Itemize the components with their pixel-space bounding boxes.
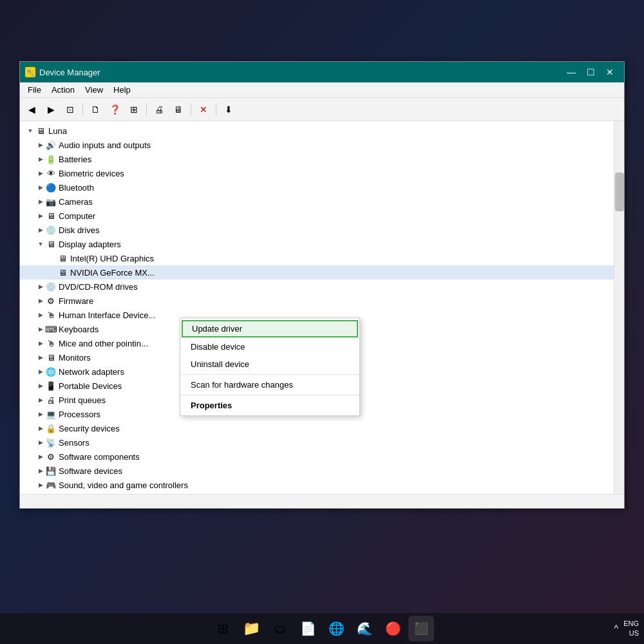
ctx-disable-device[interactable]: Disable device [180,338,359,355]
biometric-icon: 👁 [46,168,56,178]
processors-icon: 💻 [46,409,56,419]
window-icon: 🔧 [25,67,35,77]
ctx-separator-1 [180,374,359,375]
biometric-label: Biometric devices [59,169,124,178]
firmware-icon: ⚙ [46,296,56,306]
tree-item-security[interactable]: ▶ 🔒 Security devices [20,421,624,435]
tree-item-cameras[interactable]: ▶ 📷 Cameras [20,194,624,209]
taskbar-file-explorer[interactable]: 📁 [238,616,264,641]
print-label: Print queues [59,395,106,405]
intel-expander [47,253,57,263]
batteries-label: Batteries [59,155,91,164]
ctx-update-driver[interactable]: Update driver [182,320,358,337]
minimize-button[interactable]: — [562,64,580,80]
tree-pane[interactable]: ▼ 🖥 Luna ▶ 🔊 Audio inputs and outputs ▶ … [20,121,624,494]
mice-expander: ▶ [35,338,46,348]
disk-expander: ▶ [35,225,46,235]
content-area: ▼ 🖥 Luna ▶ 🔊 Audio inputs and outputs ▶ … [20,121,624,494]
monitors-label: Monitors [59,353,91,363]
computer-tree-icon: 🖥 [46,211,56,221]
root-label: Luna [48,126,67,136]
mice-icon: 🖱 [46,338,56,348]
biometric-expander: ▶ [35,168,46,178]
tree-item-intel[interactable]: 🖥 Intel(R) UHD Graphics [20,251,624,265]
taskbar-chrome[interactable]: 🌐 [323,616,349,641]
tree-item-sound[interactable]: ▶ 🎮 Sound, video and game controllers [20,478,624,492]
tree-item-sw-components[interactable]: ▶ ⚙ Software components [20,450,624,464]
toolbar-sep-1 [82,103,83,116]
menu-help[interactable]: Help [108,84,136,96]
menu-action[interactable]: Action [46,84,80,96]
tree-item-batteries[interactable]: ▶ 🔋 Batteries [20,152,624,166]
tree-item-nvidia[interactable]: 🖥 NVIDIA GeForce MX... [20,265,624,279]
intel-label: Intel(R) UHD Graphics [70,254,154,263]
processors-label: Processors [59,410,100,419]
taskbar-right: ^ ENG US [614,619,639,639]
disable-button[interactable]: ✕ [194,100,213,118]
menu-file[interactable]: File [23,84,46,96]
keyboards-label: Keyboards [59,325,99,334]
properties-button[interactable]: 🗋 [86,100,104,118]
dvd-expander: ▶ [35,281,46,292]
menu-view[interactable]: View [80,84,108,96]
cameras-expander: ▶ [35,196,46,207]
ctx-uninstall-device[interactable]: Uninstall device [180,355,359,373]
tree-item-bluetooth[interactable]: ▶ 🔵 Bluetooth [20,180,624,194]
network-label: Network adapters [59,367,124,377]
start-button[interactable]: ⊞ [210,616,236,641]
ctx-properties[interactable]: Properties [180,397,359,414]
nvidia-label: NVIDIA GeForce MX... [70,268,155,278]
scan-hardware-button[interactable]: ⬇ [220,100,238,118]
print-icon: 🖨 [46,395,56,405]
window-title: Device Manager [39,68,562,77]
tree-item-biometric[interactable]: ▶ 👁 Biometric devices [20,166,624,180]
up-button[interactable]: ⊡ [61,100,79,118]
sw-devices-label: Software devices [59,466,122,476]
taskbar-acrobat[interactable]: 📄 [295,616,321,641]
taskbar-opera[interactable]: 🔴 [380,616,406,641]
taskbar-obs[interactable]: ⬛ [408,616,434,641]
batteries-expander: ▶ [35,154,46,164]
hid-expander: ▶ [35,310,46,320]
region-label: US [623,629,639,638]
firmware-expander: ▶ [35,296,46,306]
nvidia-icon: 🖥 [57,267,68,278]
scrollbar-thumb[interactable] [615,173,624,211]
print-expander: ▶ [35,395,46,405]
display-label: Display adapters [59,240,121,249]
menu-bar: File Action View Help [20,82,624,98]
display-icon: 🖥 [46,239,56,249]
tree-item-computer[interactable]: ▶ 🖥 Computer [20,209,624,223]
bluetooth-icon: 🔵 [46,182,56,193]
tree-item-sw-devices[interactable]: ▶ 💾 Software devices [20,464,624,478]
monitors-icon: 🖥 [46,352,56,363]
update-driver-button[interactable]: ⊞ [125,100,143,118]
sw-devices-expander: ▶ [35,466,46,476]
root-expander: ▼ [25,126,35,136]
tree-item-firmware[interactable]: ▶ ⚙ Firmware [20,294,624,308]
monitor-button[interactable]: 🖥 [169,100,187,118]
taskbar: ⊞ 📁 🗂 📄 🌐 🌊 🔴 ⬛ ^ ENG US [0,613,644,644]
maximize-button[interactable]: ☐ [582,64,600,80]
tree-item-dvd[interactable]: ▶ 💿 DVD/CD-ROM drives [20,279,624,294]
close-button[interactable]: ✕ [601,64,619,80]
back-button[interactable]: ◀ [23,100,41,118]
taskbar-folder[interactable]: 🗂 [267,616,292,641]
sw-components-expander: ▶ [35,451,46,462]
taskbar-edge[interactable]: 🌊 [352,616,377,641]
tree-item-audio[interactable]: ▶ 🔊 Audio inputs and outputs [20,138,624,152]
sound-icon: 🎮 [46,480,56,490]
print-button[interactable]: 🖨 [150,100,168,118]
forward-button[interactable]: ▶ [42,100,60,118]
firmware-label: Firmware [59,296,93,306]
portable-label: Portable Devices [59,381,122,391]
tray-chevron[interactable]: ^ [614,623,619,634]
tree-item-display[interactable]: ▼ 🖥 Display adapters [20,237,624,251]
tree-item-disk[interactable]: ▶ 💿 Disk drives [20,223,624,237]
system-tray-lang: ENG US [623,619,639,639]
tree-root[interactable]: ▼ 🖥 Luna [20,124,624,138]
ctx-scan-hardware[interactable]: Scan for hardware changes [180,376,359,393]
tree-item-sensors[interactable]: ▶ 📡 Sensors [20,435,624,450]
scrollbar-track[interactable] [614,121,624,494]
help-button[interactable]: ❓ [106,100,124,118]
